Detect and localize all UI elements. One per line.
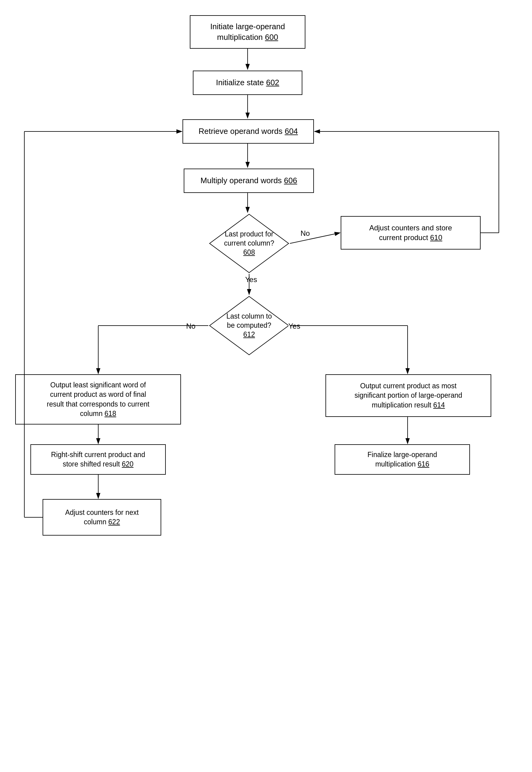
label-yes1: Yes: [245, 275, 257, 284]
box-604: Retrieve operand words 604: [183, 119, 314, 144]
label-no1: No: [301, 229, 310, 238]
box-606-text: Multiply operand words 606: [200, 175, 297, 186]
box-600: Initiate large-operandmultiplication 600: [190, 15, 305, 49]
box-622-text: Adjust counters for nextcolumn 622: [65, 508, 139, 527]
box-622: Adjust counters for nextcolumn 622: [43, 499, 161, 536]
diamond-612-text: Last column tobe computed?612: [226, 312, 272, 339]
box-610-text: Adjust counters and storecurrent product…: [369, 223, 452, 243]
box-604-text: Retrieve operand words 604: [199, 126, 298, 137]
label-no2: No: [186, 322, 196, 330]
box-614: Output current product as mostsignifican…: [325, 374, 491, 417]
box-618-text: Output least significant word ofcurrent …: [47, 380, 150, 418]
svg-line-7: [290, 233, 340, 243]
diamond-608: Last product forcurrent column?608: [208, 213, 290, 274]
box-616: Finalize large-operandmultiplication 616: [335, 444, 470, 475]
box-620: Right-shift current product andstore shi…: [30, 444, 166, 475]
box-602: Initialize state 602: [193, 71, 302, 95]
box-614-text: Output current product as mostsignifican…: [354, 381, 462, 410]
diamond-612: Last column tobe computed?612: [208, 295, 290, 356]
box-600-text: Initiate large-operandmultiplication 600: [210, 21, 285, 43]
box-606: Multiply operand words 606: [184, 169, 314, 193]
flowchart: Initiate large-operandmultiplication 600…: [0, 0, 532, 772]
box-616-text: Finalize large-operandmultiplication 616: [367, 450, 437, 469]
label-yes2: Yes: [288, 322, 300, 330]
diamond-608-text: Last product forcurrent column?608: [224, 230, 274, 257]
box-610: Adjust counters and storecurrent product…: [341, 216, 481, 249]
box-620-text: Right-shift current product andstore shi…: [51, 450, 145, 469]
box-602-text: Initialize state 602: [216, 77, 279, 88]
box-618: Output least significant word ofcurrent …: [15, 374, 181, 425]
